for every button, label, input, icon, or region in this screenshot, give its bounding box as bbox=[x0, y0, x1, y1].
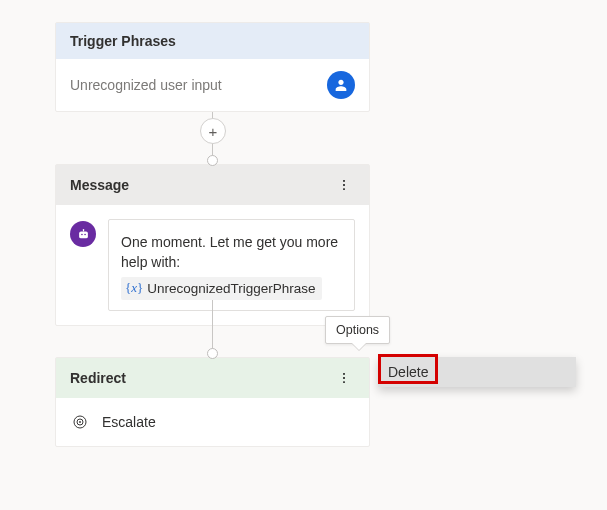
redirect-header: Redirect bbox=[70, 370, 126, 386]
svg-point-0 bbox=[343, 180, 345, 182]
svg-rect-6 bbox=[82, 228, 83, 231]
svg-rect-3 bbox=[79, 231, 88, 238]
message-text: One moment. Let me get you more help wit… bbox=[121, 232, 342, 273]
user-icon bbox=[327, 71, 355, 99]
redirect-options-button[interactable] bbox=[333, 367, 355, 389]
variable-fx-icon: x bbox=[125, 279, 143, 298]
svg-point-7 bbox=[343, 373, 345, 375]
port-icon bbox=[207, 348, 218, 359]
svg-point-5 bbox=[84, 233, 86, 235]
bot-icon bbox=[70, 221, 96, 247]
add-node-button[interactable]: + bbox=[200, 118, 226, 144]
context-menu[interactable]: Delete bbox=[378, 357, 576, 387]
svg-point-8 bbox=[343, 377, 345, 379]
variable-chip[interactable]: x UnrecognizedTriggerPhrase bbox=[121, 277, 322, 301]
svg-point-12 bbox=[79, 421, 81, 423]
svg-point-4 bbox=[81, 233, 83, 235]
delete-menu-item[interactable]: Delete bbox=[378, 357, 576, 387]
message-options-button[interactable] bbox=[333, 174, 355, 196]
options-tooltip: Options bbox=[325, 316, 390, 344]
trigger-body-text: Unrecognized user input bbox=[70, 77, 222, 93]
svg-point-1 bbox=[343, 184, 345, 186]
connector-line bbox=[212, 300, 213, 355]
variable-name: UnrecognizedTriggerPhrase bbox=[147, 279, 315, 299]
svg-point-9 bbox=[343, 381, 345, 383]
message-header: Message bbox=[70, 177, 129, 193]
trigger-header: Trigger Phrases bbox=[56, 23, 369, 59]
port-icon bbox=[207, 155, 218, 166]
escalate-icon bbox=[70, 412, 90, 432]
svg-point-2 bbox=[343, 188, 345, 190]
redirect-action: Escalate bbox=[102, 414, 156, 430]
redirect-node[interactable]: Redirect Escalate bbox=[55, 357, 370, 447]
message-content[interactable]: One moment. Let me get you more help wit… bbox=[108, 219, 355, 311]
trigger-phrases-node[interactable]: Trigger Phrases Unrecognized user input bbox=[55, 22, 370, 112]
